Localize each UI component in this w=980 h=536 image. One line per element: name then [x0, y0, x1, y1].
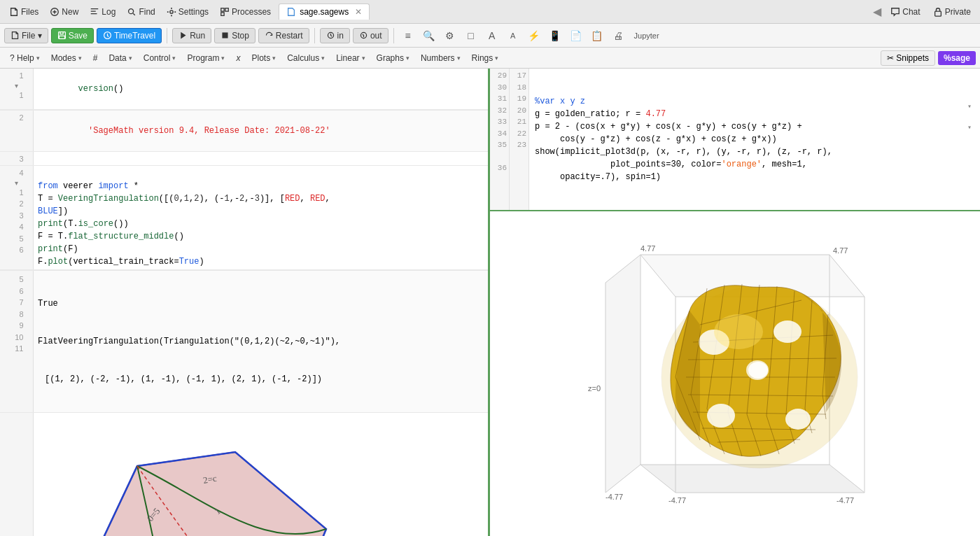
menu-linear[interactable]: Linear ▾ — [330, 50, 370, 66]
format-btn[interactable]: ≡ — [399, 27, 417, 45]
output-flat2: [(1, 2), (-2, -1), (1, -1), (-1, 1), (2,… — [38, 373, 484, 386]
private-btn[interactable]: Private — [930, 6, 974, 18]
menu-control-label: Control — [144, 53, 171, 63]
right-panel: 2930313233343536 17181920212223 %var x y… — [490, 69, 980, 536]
cell-2-outer-num: 2 — [10, 112, 24, 124]
search-toolbar-btn[interactable]: 🔍 — [420, 27, 438, 45]
tablet-btn[interactable]: 📱 — [546, 27, 564, 45]
back-arrow-icon[interactable]: ◀ — [873, 5, 881, 18]
stop-label: Stop — [232, 31, 249, 41]
sage-btn[interactable]: %sage — [938, 51, 976, 65]
right-plot-area: 4.77 -4.77 z=0 -4.77 -4.77 4.77 — [490, 211, 980, 536]
cell-4-gutter: 4 ▾ 1 2 3 4 5 6 — [0, 166, 34, 269]
show-line: show(implicit_plot3d(p, (x, -r, r), (y, … — [535, 147, 832, 157]
output-flat: FlatVeeringTriangulation(Triangulation("… — [38, 335, 484, 348]
menu-rings[interactable]: Rings ▾ — [466, 50, 505, 66]
restart-label: Restart — [276, 31, 303, 41]
cell-plot: 4 1 2=c 0=5 2 0 — [0, 413, 488, 536]
cell-plot-gutter — [0, 413, 34, 536]
save-btn[interactable]: Save — [51, 28, 94, 43]
axis-label-477-bottom-r: -4.77 — [836, 496, 854, 505]
cell-1-content[interactable]: version() — [34, 69, 488, 109]
stop-btn[interactable]: Stop — [214, 28, 255, 43]
axis-label-477-topleft: 4.77 — [640, 244, 655, 253]
chat-btn[interactable]: Chat — [887, 6, 923, 18]
cell-4-line2: 2 — [10, 198, 24, 210]
menu-hash[interactable]: # — [88, 50, 104, 66]
files-menu[interactable]: Files — [6, 6, 42, 18]
right-fold-indicators: ▾ ▾ — [967, 69, 980, 210]
sliders-btn[interactable]: ⚙ — [441, 27, 459, 45]
settings-btn[interactable]: Settings — [163, 6, 212, 18]
menu-graphs[interactable]: Graphs ▾ — [371, 50, 415, 66]
jupyter-btn[interactable]: Jupyter — [630, 27, 664, 45]
save-label: Save — [69, 31, 88, 41]
timetravel-btn[interactable]: TimeTravel — [97, 28, 162, 43]
font-size-2-btn[interactable]: A — [504, 27, 522, 45]
cell-4-output: 567891011 True FlatVeeringTriangulation(… — [0, 270, 488, 413]
menu-program[interactable]: Program ▾ — [181, 50, 230, 66]
right-code-wrapper: 2930313233343536 17181920212223 %var x y… — [490, 69, 980, 210]
private-label: Private — [945, 7, 971, 17]
out-btn[interactable]: out — [353, 28, 388, 43]
left-panel[interactable]: 1 ▾ 1 version() 2 'SageMath version 9.4,… — [0, 69, 490, 536]
svg-point-24 — [707, 404, 735, 428]
find-btn[interactable]: Find — [123, 6, 158, 18]
menu-plots[interactable]: Plots ▾ — [246, 50, 281, 66]
menu-data[interactable]: Data ▾ — [103, 50, 137, 66]
tab-close-btn[interactable]: ✕ — [355, 7, 362, 17]
menu-numbers-label: Numbers — [421, 53, 455, 63]
maximize-btn[interactable]: □ — [462, 27, 480, 45]
cell-4-output-content: True FlatVeeringTriangulation(Triangulat… — [34, 271, 488, 412]
active-tab[interactable]: sage.sagews ✕ — [279, 3, 370, 20]
help-arrow: ▾ — [36, 55, 40, 62]
fold-20: ▾ — [967, 101, 980, 112]
cell-4-line5: 5 — [10, 233, 24, 245]
log-btn[interactable]: Log — [86, 6, 119, 18]
cell-2-output: 2 'SageMath version 9.4, Release Date: 2… — [0, 110, 488, 152]
find-label: Find — [139, 7, 155, 17]
data-arrow: ▾ — [129, 55, 132, 62]
axis-label-477-left: -4.77 — [606, 493, 623, 501]
processes-btn[interactable]: Processes — [216, 6, 274, 18]
top-bar-right: ◀ Chat Private — [873, 5, 974, 18]
run-btn[interactable]: Run — [172, 28, 211, 43]
cell-4-line6: 6 — [10, 244, 24, 256]
restart-btn[interactable]: Restart — [258, 28, 309, 43]
menu-control[interactable]: Control ▾ — [138, 50, 182, 66]
file-btn[interactable]: File ▾ — [4, 28, 48, 43]
fold-22: ▾ — [967, 122, 980, 133]
menu-x[interactable]: x — [230, 50, 246, 66]
doc-btn[interactable]: 📄 — [567, 27, 585, 45]
menu-help[interactable]: ? Help ▾ — [4, 50, 46, 66]
doc2-btn[interactable]: 📋 — [588, 27, 606, 45]
cell-3-blank: 3 — [0, 152, 488, 166]
cell-1-inner-num: 1 — [10, 90, 24, 101]
cell-1-outer-num: 1 — [10, 70, 24, 82]
top-bar: Files New Log Find Settings Processes sa… — [0, 0, 980, 24]
in-btn[interactable]: in — [320, 28, 350, 43]
menu-data-label: Data — [108, 53, 126, 63]
svg-rect-5 — [221, 12, 224, 15]
cell-4-content[interactable]: from veerer import * T = VeeringTriangul… — [34, 166, 488, 269]
snippets-label: Snippets — [896, 53, 929, 63]
print-btn[interactable]: 🖨 — [609, 27, 627, 45]
cell-3-gutter: 3 — [0, 152, 34, 165]
menu-graphs-label: Graphs — [377, 53, 404, 63]
font-size-btn[interactable]: A — [483, 27, 501, 45]
menu-numbers[interactable]: Numbers ▾ — [415, 50, 466, 66]
snippets-btn[interactable]: ✂ Snippets — [881, 50, 935, 66]
linear-arrow: ▾ — [362, 55, 365, 62]
menu-linear-label: Linear — [336, 53, 359, 63]
right-code-content[interactable]: %var x y z g = golden_ratio; r = 4.77 p … — [529, 69, 967, 210]
menu-program-label: Program — [187, 53, 219, 63]
menu-modes[interactable]: Modes ▾ — [46, 50, 88, 66]
menu-calculus[interactable]: Calculus ▾ — [281, 50, 330, 66]
cell-4-arrow[interactable]: ▾ — [15, 179, 18, 187]
program-arrow: ▾ — [221, 55, 225, 62]
cell-1-arrow[interactable]: ▾ — [15, 82, 18, 90]
lightning-btn[interactable]: ⚡ — [525, 27, 543, 45]
new-btn[interactable]: New — [46, 6, 82, 18]
cell-1: 1 ▾ 1 version() — [0, 69, 488, 110]
output-true: True — [38, 297, 484, 310]
